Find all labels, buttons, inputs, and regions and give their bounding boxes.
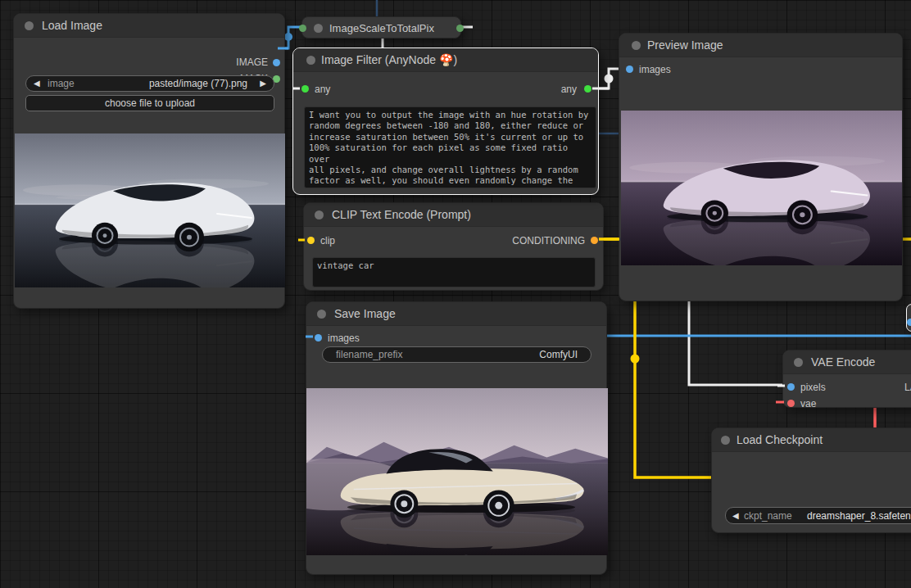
image-combo-widget[interactable]: ◀ image pasted/image (77).png ▶ <box>25 75 274 92</box>
collapse-circle-icon[interactable] <box>721 436 730 445</box>
node-offscreen-sliver[interactable] <box>906 304 911 332</box>
input-dot[interactable] <box>299 25 306 32</box>
output-dot-conditioning[interactable] <box>591 237 598 244</box>
node-vae-encode-titlebar[interactable]: VAE Encode <box>783 351 911 374</box>
output-dot-image[interactable] <box>273 59 280 66</box>
node-title: Load Checkpoint <box>737 428 823 451</box>
input-dot-pixels[interactable] <box>787 383 795 391</box>
input-dot-images[interactable] <box>315 334 322 341</box>
output-label-image: IMAGE <box>236 57 268 68</box>
node-save-image[interactable]: Save Image images filename_prefix ComfyU… <box>306 301 607 575</box>
combo-value: pasted/image (77).png <box>149 76 247 91</box>
output-label-conditioning: CONDITIONING <box>512 235 585 247</box>
filename-prefix-widget[interactable]: filename_prefix ComfyUI <box>322 346 591 363</box>
node-load-image[interactable]: Load Image IMAGE MASK ◀ image pasted/ima… <box>13 13 285 309</box>
node-clip-encode-titlebar[interactable]: CLIP Text Encode (Prompt) <box>304 203 603 227</box>
input-label-images: images <box>639 64 671 75</box>
input-label-vae: vae <box>800 398 816 409</box>
node-title: CLIP Text Encode (Prompt) <box>332 203 471 226</box>
node-title: Load Image <box>42 14 102 37</box>
node-clip-encode[interactable]: CLIP Text Encode (Prompt) clip CONDITION… <box>303 202 604 291</box>
widget-value: ComfyUI <box>539 347 578 362</box>
node-image-filter[interactable]: Image Filter (AnyNode 🍄) any any I want … <box>292 47 599 195</box>
input-label-images: images <box>328 332 360 344</box>
node-load-checkpoint[interactable]: Load Checkpoint ◀ ckpt_name dreamshaper_… <box>711 427 911 533</box>
upload-button[interactable]: choose file to upload <box>25 95 274 111</box>
prompt-textarea[interactable]: I want you to output the image with an h… <box>304 106 596 188</box>
widget-value: dreamshaper_8.safetensors <box>807 509 911 523</box>
widget-label: filename_prefix <box>336 347 402 362</box>
node-vae-encode[interactable]: VAE Encode pixels vae LATENT <box>782 350 911 408</box>
combo-next-icon[interactable]: ▶ <box>260 76 266 91</box>
save-image-preview <box>306 388 608 555</box>
input-dot-vae[interactable] <box>787 400 795 407</box>
node-title: Save Image <box>334 302 396 325</box>
node-title: Image Filter (AnyNode 🍄) <box>321 48 457 71</box>
link-dot-any <box>605 75 614 84</box>
output-label-any: any <box>561 84 577 95</box>
comfyui-canvas[interactable]: { "nodes": { "load_image": { "title": "L… <box>0 0 911 588</box>
node-preview-image-titlebar[interactable]: Preview Image <box>619 34 902 57</box>
collapse-circle-icon[interactable] <box>315 210 324 219</box>
collapse-circle-icon[interactable] <box>794 358 803 367</box>
collapse-circle-icon[interactable] <box>306 56 315 65</box>
input-dot-any[interactable] <box>301 85 309 93</box>
link-dot-conditioning <box>631 355 640 364</box>
node-load-image-titlebar[interactable]: Load Image <box>14 14 284 38</box>
prompt-textarea[interactable]: vintage car <box>312 257 596 287</box>
output-label-latent: LATENT <box>904 382 911 393</box>
node-image-filter-titlebar[interactable]: Image Filter (AnyNode 🍄) <box>293 48 598 72</box>
collapse-circle-icon[interactable] <box>317 310 326 319</box>
output-dot-any[interactable] <box>584 85 591 93</box>
node-title: VAE Encode <box>811 351 875 373</box>
node-image-scale[interactable]: ImageScaleToTotalPix <box>301 16 461 38</box>
node-preview-image[interactable]: Preview Image images <box>619 33 903 301</box>
collapse-circle-icon[interactable] <box>632 41 641 50</box>
collapse-circle-icon[interactable] <box>314 24 323 33</box>
input-dot-images[interactable] <box>626 66 633 73</box>
node-title: ImageScaleToTotalPix <box>329 17 434 39</box>
output-dot[interactable] <box>456 25 464 32</box>
input-dot-clip[interactable] <box>307 237 315 244</box>
input-dot[interactable] <box>907 319 911 326</box>
load-image-preview <box>15 133 285 287</box>
ckpt-name-widget[interactable]: ◀ ckpt_name dreamshaper_8.safetensors <box>725 507 911 524</box>
input-label-clip: clip <box>320 235 335 247</box>
node-load-checkpoint-titlebar[interactable]: Load Checkpoint <box>712 428 911 452</box>
input-label-pixels: pixels <box>800 382 826 393</box>
combo-label: image <box>48 76 75 91</box>
link-any-to-vae <box>689 287 786 385</box>
combo-prev-icon[interactable]: ◀ <box>34 76 40 91</box>
link-dot-image <box>284 33 292 41</box>
combo-prev-icon[interactable]: ◀ <box>732 509 739 523</box>
widget-label: ckpt_name <box>744 509 792 523</box>
collapse-circle-icon[interactable] <box>25 21 34 30</box>
input-label-any: any <box>315 84 330 95</box>
preview-image-output <box>621 111 902 265</box>
node-save-image-titlebar[interactable]: Save Image <box>306 302 606 326</box>
node-title: Preview Image <box>647 34 723 57</box>
